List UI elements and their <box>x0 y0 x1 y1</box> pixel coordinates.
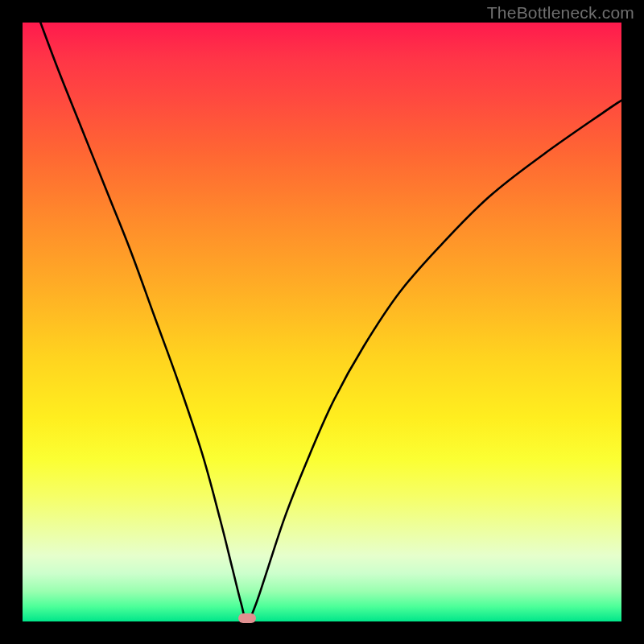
watermark-text: TheBottleneck.com <box>487 3 634 23</box>
bottleneck-curve <box>23 23 621 621</box>
chart-frame: TheBottleneck.com <box>0 0 644 644</box>
optimum-marker <box>238 613 256 623</box>
plot-area <box>23 23 621 621</box>
